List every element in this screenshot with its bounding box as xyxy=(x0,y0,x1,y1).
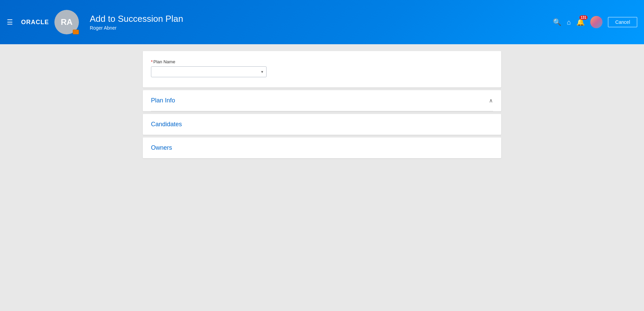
app-header: ☰ ORACLE RA Add to Succession Plan Roger… xyxy=(0,0,644,44)
avatar-badge xyxy=(73,30,79,34)
plan-name-label: *Plan Name xyxy=(151,59,493,64)
notification-bell[interactable]: 🔔 131 xyxy=(576,18,585,26)
user-avatar[interactable] xyxy=(590,16,603,28)
page-title: Add to Succession Plan xyxy=(90,14,183,24)
page-subtitle: Roger Abner xyxy=(90,25,183,31)
cancel-button[interactable]: Cancel xyxy=(608,17,637,27)
candidates-section: Candidates xyxy=(143,114,501,135)
home-icon[interactable]: ⌂ xyxy=(567,18,571,26)
header-title-area: Add to Succession Plan Roger Abner xyxy=(90,14,183,30)
main-content: *Plan Name ▾ Plan Info ∧ Candidates Owne… xyxy=(0,44,644,165)
search-icon[interactable]: 🔍 xyxy=(553,18,561,26)
avatar: RA xyxy=(54,10,79,34)
header-left: ☰ ORACLE RA Add to Succession Plan Roger… xyxy=(7,10,183,34)
plan-name-select-wrapper: ▾ xyxy=(151,66,267,77)
owners-header[interactable]: Owners xyxy=(143,137,501,158)
chevron-up-icon: ∧ xyxy=(489,97,493,104)
required-indicator: * xyxy=(151,59,153,64)
plan-name-card: *Plan Name ▾ xyxy=(143,51,501,87)
plan-name-select[interactable] xyxy=(151,66,267,77)
notification-count: 131 xyxy=(579,15,588,20)
candidates-title: Candidates xyxy=(151,121,182,128)
menu-icon[interactable]: ☰ xyxy=(7,18,13,26)
plan-info-title: Plan Info xyxy=(151,97,175,104)
candidates-header[interactable]: Candidates xyxy=(143,114,501,135)
plan-info-divider xyxy=(151,111,493,111)
oracle-logo: ORACLE xyxy=(21,19,49,26)
owners-title: Owners xyxy=(151,144,172,151)
plan-info-header[interactable]: Plan Info ∧ xyxy=(143,90,501,111)
owners-section: Owners xyxy=(143,137,501,158)
header-right: 🔍 ⌂ 🔔 131 Cancel xyxy=(553,16,637,28)
plan-info-section: Plan Info ∧ xyxy=(143,90,501,111)
avatar-initials: RA xyxy=(61,17,73,27)
